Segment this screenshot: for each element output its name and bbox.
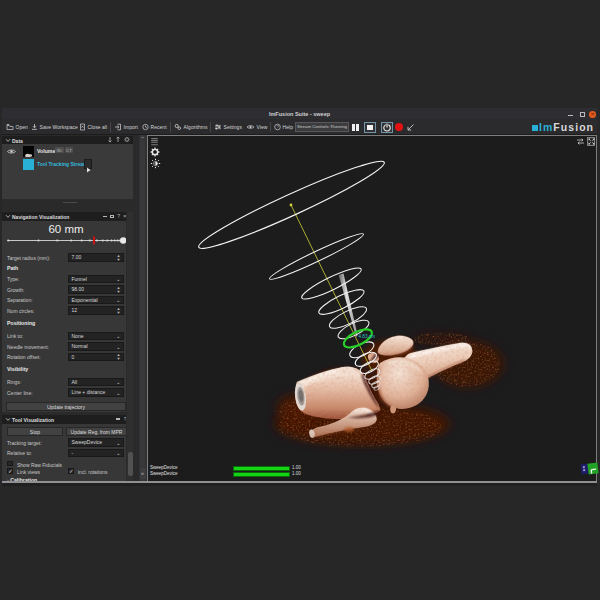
svg-text:?: ? xyxy=(276,124,279,129)
